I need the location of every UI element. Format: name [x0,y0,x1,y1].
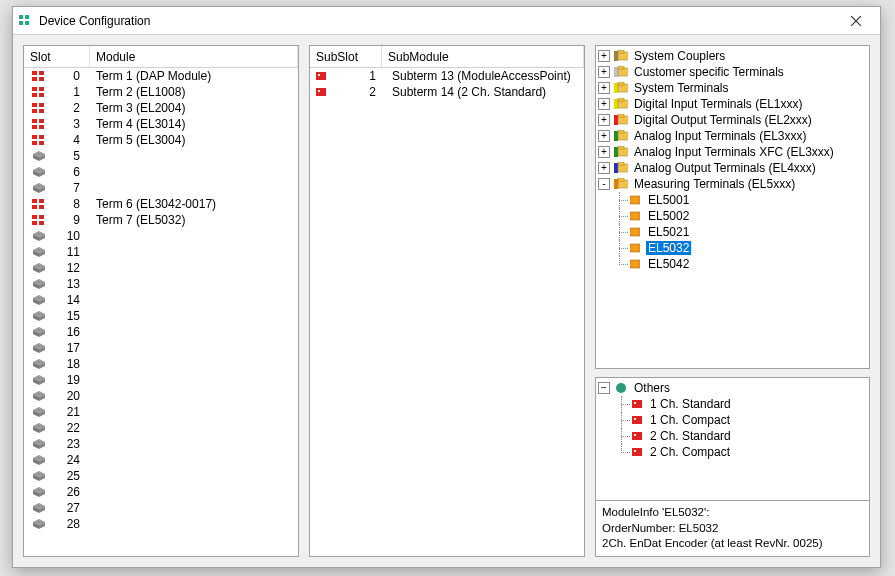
col-subslot[interactable]: SubSlot [310,46,382,67]
empty-slot-icon [24,231,52,241]
catalog-category[interactable]: +Customer specific Terminals [598,64,867,80]
expand-toggle[interactable]: + [598,130,610,142]
others-root[interactable]: −Others [598,380,867,396]
category-label: Analog Input Terminals (EL3xxx) [632,129,809,143]
category-label: Digital Input Terminals (EL1xxx) [632,97,805,111]
slot-row[interactable]: 9Term 7 (EL5032) [24,212,298,228]
slot-row[interactable]: 24 [24,452,298,468]
slot-number: 9 [52,213,90,227]
slot-row[interactable]: 6 [24,164,298,180]
category-label: System Terminals [632,81,730,95]
svg-rect-25 [614,163,618,173]
slot-row[interactable]: 27 [24,500,298,516]
others-item[interactable]: 2 Ch. Compact [598,444,867,460]
expand-toggle[interactable]: + [598,98,610,110]
empty-slot-icon [24,183,52,193]
slot-row[interactable]: 19 [24,372,298,388]
slot-number: 3 [52,117,90,131]
subslot-row[interactable]: 2Subterm 14 (2 Ch. Standard) [310,84,584,100]
close-icon [851,16,861,26]
slot-row[interactable]: 4Term 5 (EL3004) [24,132,298,148]
slot-number: 18 [52,357,90,371]
subslot-row[interactable]: 1Subterm 13 (ModuleAccessPoint) [310,68,584,84]
slot-row[interactable]: 2Term 3 (EL2004) [24,100,298,116]
others-tree[interactable]: −Others1 Ch. Standard1 Ch. Compact2 Ch. … [596,378,869,500]
slot-row[interactable]: 5 [24,148,298,164]
expand-toggle[interactable]: + [598,146,610,158]
empty-slot-icon [24,247,52,257]
module-name: Term 7 (EL5032) [90,213,298,227]
slot-row[interactable]: 25 [24,468,298,484]
catalog-item[interactable]: EL5032 [598,240,867,256]
catalog-category[interactable]: +Analog Output Terminals (EL4xxx) [598,160,867,176]
slot-row[interactable]: 23 [24,436,298,452]
others-item[interactable]: 1 Ch. Standard [598,396,867,412]
expand-toggle[interactable]: + [598,114,610,126]
empty-slot-icon [24,327,52,337]
catalog-category[interactable]: +Analog Input Terminals (EL3xxx) [598,128,867,144]
catalog-category[interactable]: +Digital Input Terminals (EL1xxx) [598,96,867,112]
expand-toggle[interactable]: − [598,382,610,394]
expand-toggle[interactable]: + [598,50,610,62]
catalog-item[interactable]: EL5002 [598,208,867,224]
slot-row[interactable]: 12 [24,260,298,276]
expand-toggle[interactable]: + [598,82,610,94]
subslots-listview[interactable]: SubSlot SubModule 1Subterm 13 (ModuleAcc… [310,46,584,556]
catalog-item[interactable]: EL5001 [598,192,867,208]
right-column: +System Couplers+Customer specific Termi… [595,45,870,557]
folder-icon [614,146,628,158]
catalog-category[interactable]: +Analog Input Terminals XFC (EL3xxx) [598,144,867,160]
slot-row[interactable]: 11 [24,244,298,260]
slot-row[interactable]: 22 [24,420,298,436]
expand-toggle[interactable]: - [598,178,610,190]
group-icon [614,382,628,394]
slot-row[interactable]: 16 [24,324,298,340]
folder-icon [614,130,628,142]
slot-number: 25 [52,469,90,483]
slot-row[interactable]: 26 [24,484,298,500]
others-item[interactable]: 1 Ch. Compact [598,412,867,428]
slot-row[interactable]: 10 [24,228,298,244]
catalog-tree[interactable]: +System Couplers+Customer specific Termi… [596,46,869,368]
catalog-category[interactable]: +Digital Output Terminals (EL2xxx) [598,112,867,128]
empty-slot-icon [24,487,52,497]
slot-row[interactable]: 21 [24,404,298,420]
slot-row[interactable]: 18 [24,356,298,372]
expand-toggle[interactable]: + [598,66,610,78]
slot-row[interactable]: 20 [24,388,298,404]
slot-row[interactable]: 15 [24,308,298,324]
slot-number: 28 [52,517,90,531]
catalog-item[interactable]: EL5042 [598,256,867,272]
col-module[interactable]: Module [90,46,298,67]
close-button[interactable] [836,10,876,32]
col-slot[interactable]: Slot [24,46,90,67]
slots-header: Slot Module [24,46,298,68]
slot-number: 5 [52,149,90,163]
expand-toggle[interactable]: + [598,162,610,174]
svg-rect-18 [614,51,618,61]
slot-number: 26 [52,485,90,499]
catalog-category[interactable]: -Measuring Terminals (EL5xxx) [598,176,867,192]
folder-icon [614,162,628,174]
col-submodule[interactable]: SubModule [382,46,584,67]
others-item[interactable]: 2 Ch. Standard [598,428,867,444]
slot-row[interactable]: 1Term 2 (EL1008) [24,84,298,100]
slot-row[interactable]: 28 [24,516,298,532]
slot-row[interactable]: 13 [24,276,298,292]
module-name: Term 4 (EL3014) [90,117,298,131]
catalog-item[interactable]: EL5021 [598,224,867,240]
slot-row[interactable]: 3Term 4 (EL3014) [24,116,298,132]
catalog-category[interactable]: +System Terminals [598,80,867,96]
module-icon [24,87,52,97]
slot-row[interactable]: 8Term 6 (EL3042-0017) [24,196,298,212]
slot-row[interactable]: 14 [24,292,298,308]
catalog-category[interactable]: +System Couplers [598,48,867,64]
slot-row[interactable]: 7 [24,180,298,196]
empty-slot-icon [24,311,52,321]
slot-number: 16 [52,325,90,339]
slot-row[interactable]: 17 [24,340,298,356]
slot-row[interactable]: 0Term 1 (DAP Module) [24,68,298,84]
app-icon [17,13,33,29]
folder-icon [614,114,628,126]
slots-listview[interactable]: Slot Module 0Term 1 (DAP Module)1Term 2 … [24,46,298,556]
